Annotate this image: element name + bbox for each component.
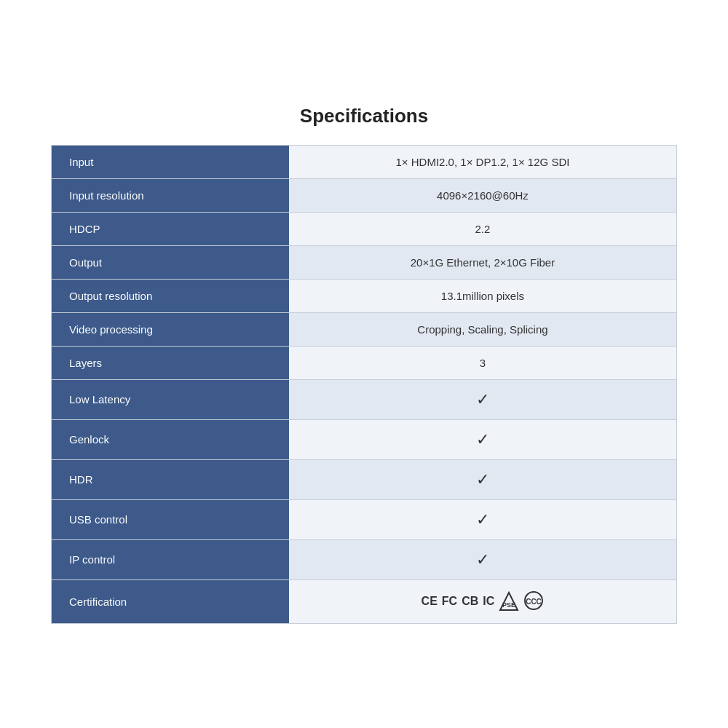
table-row: Genlock✓ bbox=[52, 419, 677, 459]
row-value: 13.1million pixels bbox=[289, 279, 677, 312]
row-label: USB control bbox=[52, 499, 289, 539]
row-label: Layers bbox=[52, 346, 289, 379]
table-row: Input1× HDMI2.0, 1× DP1.2, 1× 12G SDI bbox=[52, 145, 677, 178]
row-label: Output resolution bbox=[52, 279, 289, 312]
table-row: Input resolution4096×2160@60Hz bbox=[52, 178, 677, 212]
row-value: 2.2 bbox=[289, 212, 677, 245]
table-row: Output20×1G Ethernet, 2×10G Fiber bbox=[52, 245, 677, 279]
cb-icon: CB bbox=[462, 595, 478, 608]
row-value: ✓ bbox=[289, 419, 677, 459]
table-row: USB control✓ bbox=[52, 499, 677, 539]
table-row: Output resolution13.1million pixels bbox=[52, 279, 677, 312]
row-value: CE FC CB IC PSE CCC bbox=[289, 579, 677, 623]
row-label: HDR bbox=[52, 459, 289, 499]
row-value: ✓ bbox=[289, 499, 677, 539]
row-label: Genlock bbox=[52, 419, 289, 459]
table-row: Certification CE FC CB IC PSE bbox=[52, 579, 677, 623]
row-label: HDCP bbox=[52, 212, 289, 245]
row-value: ✓ bbox=[289, 539, 677, 579]
row-value: 4096×2160@60Hz bbox=[289, 178, 677, 212]
row-value: 20×1G Ethernet, 2×10G Fiber bbox=[289, 245, 677, 279]
row-value: ✓ bbox=[289, 459, 677, 499]
row-label: Input resolution bbox=[52, 178, 289, 212]
table-row: HDCP2.2 bbox=[52, 212, 677, 245]
ce-icon: CE bbox=[422, 595, 438, 608]
row-label: Output bbox=[52, 245, 289, 279]
certification-icons: CE FC CB IC PSE CCC bbox=[306, 590, 659, 613]
ic-icon: IC bbox=[483, 595, 494, 608]
fcc-icon: FC bbox=[442, 595, 457, 608]
table-row: Low Latency✓ bbox=[52, 379, 677, 419]
table-row: HDR✓ bbox=[52, 459, 677, 499]
row-label: Certification bbox=[52, 579, 289, 623]
row-value: 1× HDMI2.0, 1× DP1.2, 1× 12G SDI bbox=[289, 145, 677, 178]
row-value: 3 bbox=[289, 346, 677, 379]
page-title: Specifications bbox=[51, 105, 677, 127]
checkmark-icon: ✓ bbox=[476, 550, 489, 569]
table-row: IP control✓ bbox=[52, 539, 677, 579]
checkmark-icon: ✓ bbox=[476, 430, 489, 448]
spec-table: Input1× HDMI2.0, 1× DP1.2, 1× 12G SDIInp… bbox=[51, 145, 677, 624]
svg-text:CCC: CCC bbox=[526, 598, 542, 606]
table-row: Layers3 bbox=[52, 346, 677, 379]
page-container: Specifications Input1× HDMI2.0, 1× DP1.2… bbox=[51, 105, 677, 624]
row-label: Video processing bbox=[52, 312, 289, 346]
checkmark-icon: ✓ bbox=[476, 510, 489, 529]
svg-text:PSE: PSE bbox=[502, 601, 515, 609]
checkmark-icon: ✓ bbox=[476, 390, 489, 408]
row-value: Cropping, Scaling, Splicing bbox=[289, 312, 677, 346]
table-row: Video processingCropping, Scaling, Splic… bbox=[52, 312, 677, 346]
triangle-cert-icon: PSE bbox=[499, 591, 519, 612]
row-label: Low Latency bbox=[52, 379, 289, 419]
row-value: ✓ bbox=[289, 379, 677, 419]
circle-cert-icon: CCC bbox=[523, 590, 544, 613]
row-label: IP control bbox=[52, 539, 289, 579]
row-label: Input bbox=[52, 145, 289, 178]
checkmark-icon: ✓ bbox=[476, 470, 489, 488]
